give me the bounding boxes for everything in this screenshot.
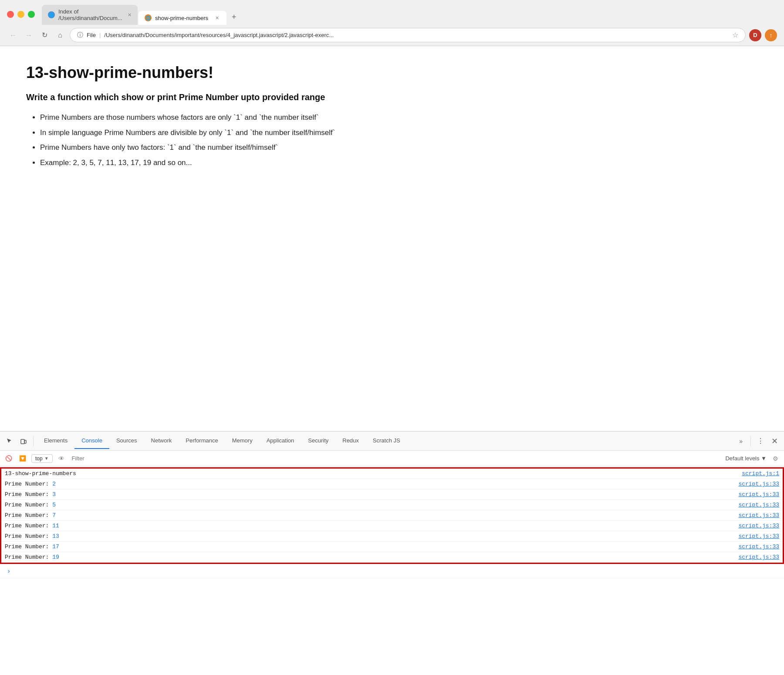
clear-console-btn[interactable]: 🚫 (3, 453, 14, 464)
bullet-1: Prime Numbers are those numbers whose fa… (40, 111, 758, 125)
default-levels-btn[interactable]: Default levels ▼ (725, 455, 767, 462)
console-link-4[interactable]: script.js:33 (738, 502, 779, 508)
prime-num-3: 5 (52, 502, 56, 508)
devtools-close-btn[interactable]: ✕ (768, 435, 781, 447)
filter-input[interactable] (70, 454, 722, 462)
console-link-1[interactable]: script.js:1 (742, 470, 779, 477)
address-input[interactable]: ⓘ File | /Users/dinanath/Documents/impor… (70, 28, 746, 42)
minimize-window-btn[interactable] (17, 11, 24, 18)
tab-application[interactable]: Application (260, 433, 301, 449)
prime-num-2: 3 (52, 491, 56, 498)
prime-num-6: 13 (52, 533, 59, 540)
console-row-5: Prime Number: 7 script.js:33 (1, 510, 783, 521)
tab2-icon: 🌐 (145, 14, 152, 21)
bullet-2: In simple language Prime Numbers are div… (40, 126, 758, 140)
console-text-9: Prime Number: 19 (5, 554, 738, 560)
console-link-2[interactable]: script.js:33 (738, 481, 779, 487)
tab-network[interactable]: Network (144, 433, 179, 449)
device-toggle-btn[interactable] (17, 435, 30, 447)
tab2-title: show-prime-numbers (155, 15, 208, 21)
console-row-7: Prime Number: 13 script.js:33 (1, 531, 783, 542)
devtools-toolbar: Elements Console Sources Network Perform… (0, 432, 784, 451)
context-label: top (35, 456, 43, 462)
tab-console[interactable]: Console (74, 433, 109, 449)
svg-rect-1 (24, 440, 26, 443)
context-arrow-icon: ▼ (44, 456, 49, 461)
console-text-8: Prime Number: 17 (5, 543, 738, 550)
address-spacer: | (99, 32, 101, 38)
bullet-4: Example: 2, 3, 5, 7, 11, 13, 17, 19 and … (40, 156, 758, 170)
console-output: 13-show-prime-numbers script.js:1 Prime … (0, 466, 784, 675)
page-subtitle: Write a function which show or print Pri… (26, 92, 758, 102)
devtools-tabs: Elements Console Sources Network Perform… (37, 433, 733, 449)
console-text-2: Prime Number: 2 (5, 481, 738, 487)
filter-btn[interactable]: 🔽 (17, 453, 28, 464)
fullscreen-window-btn[interactable] (28, 11, 35, 18)
tab-security[interactable]: Security (301, 433, 335, 449)
tab-memory[interactable]: Memory (225, 433, 260, 449)
profile-btn[interactable]: D (749, 29, 761, 41)
tab-performance[interactable]: Performance (179, 433, 225, 449)
console-row-4: Prime Number: 5 script.js:33 (1, 500, 783, 510)
tab1-close-btn[interactable]: ✕ (128, 11, 132, 18)
back-btn[interactable]: ← (7, 29, 19, 41)
console-row-9: Prime Number: 19 script.js:33 (1, 552, 783, 563)
tab-sources[interactable]: Sources (109, 433, 144, 449)
page-content: 13-show-prime-numbers! Write a function … (0, 46, 784, 342)
browser-chrome: 🌐 Index of /Users/dinanath/Docum... ✕ 🌐 … (0, 0, 784, 46)
console-link-8[interactable]: script.js:33 (738, 543, 779, 550)
bullet-list: Prime Numbers are those numbers whose fa… (26, 111, 758, 169)
svg-rect-0 (21, 439, 24, 444)
bookmark-icon[interactable]: ☆ (732, 31, 738, 39)
context-selector[interactable]: top ▼ (31, 454, 53, 463)
more-tabs-btn[interactable]: » (735, 434, 747, 448)
new-tab-btn[interactable]: + (227, 10, 241, 24)
console-prompt-row[interactable]: › (0, 565, 784, 578)
console-text-3: Prime Number: 3 (5, 491, 738, 498)
prime-num-4: 7 (52, 512, 56, 519)
console-text-1: 13-show-prime-numbers (5, 470, 742, 477)
console-bar: 🚫 🔽 top ▼ 👁 Default levels ▼ ⚙ (0, 451, 784, 466)
forward-btn[interactable]: → (23, 29, 35, 41)
console-link-6[interactable]: script.js:33 (738, 523, 779, 529)
devtools-menu-btn[interactable]: ⋮ (754, 435, 767, 447)
toolbar-separator-2 (750, 436, 751, 446)
tabs-bar: 🌐 Index of /Users/dinanath/Docum... ✕ 🌐 … (42, 4, 777, 24)
close-window-btn[interactable] (7, 11, 14, 18)
inspect-element-btn[interactable] (3, 435, 16, 447)
browser-tab-2[interactable]: 🌐 show-prime-numbers ✕ (139, 11, 226, 25)
update-btn[interactable]: ↑ (765, 29, 777, 41)
page-title: 13-show-prime-numbers! (26, 64, 758, 82)
tab-elements[interactable]: Elements (37, 433, 74, 449)
prime-num-8: 19 (52, 554, 59, 560)
tab1-title: Index of /Users/dinanath/Docum... (58, 8, 122, 21)
bullet-3: Prime Numbers have only two factors: `1`… (40, 141, 758, 155)
address-bar: ← → ↻ ⌂ ⓘ File | /Users/dinanath/Documen… (0, 24, 784, 46)
console-link-7[interactable]: script.js:33 (738, 533, 779, 540)
console-text-4: Prime Number: 5 (5, 502, 738, 508)
console-link-9[interactable]: script.js:33 (738, 554, 779, 560)
prime-num-7: 17 (52, 543, 59, 550)
console-highlighted-group: 13-show-prime-numbers script.js:1 Prime … (0, 467, 784, 564)
traffic-lights (7, 11, 35, 18)
prime-num-5: 11 (52, 523, 59, 529)
title-bar: 🌐 Index of /Users/dinanath/Docum... ✕ 🌐 … (0, 0, 784, 24)
address-url: /Users/dinanath/Documents/important/reso… (104, 32, 334, 38)
devtools-panel: Elements Console Sources Network Perform… (0, 431, 784, 675)
eye-btn[interactable]: 👁 (56, 453, 67, 464)
console-link-3[interactable]: script.js:33 (738, 491, 779, 498)
settings-gear-icon[interactable]: ⚙ (770, 453, 781, 464)
console-link-5[interactable]: script.js:33 (738, 512, 779, 519)
console-prompt-icon: › (3, 566, 14, 577)
tab2-close-btn[interactable]: ✕ (213, 14, 220, 21)
console-text-5: Prime Number: 7 (5, 512, 738, 519)
tab-redux[interactable]: Redux (335, 433, 366, 449)
tab-scratchjs[interactable]: Scratch JS (366, 433, 407, 449)
protocol-label: File (87, 32, 96, 38)
prime-num-1: 2 (52, 481, 56, 487)
console-text-6: Prime Number: 11 (5, 523, 738, 529)
home-btn[interactable]: ⌂ (54, 29, 66, 41)
browser-tab-1[interactable]: 🌐 Index of /Users/dinanath/Docum... ✕ (42, 5, 138, 25)
console-row-1: 13-show-prime-numbers script.js:1 (1, 469, 783, 479)
reload-btn[interactable]: ↻ (38, 29, 51, 41)
